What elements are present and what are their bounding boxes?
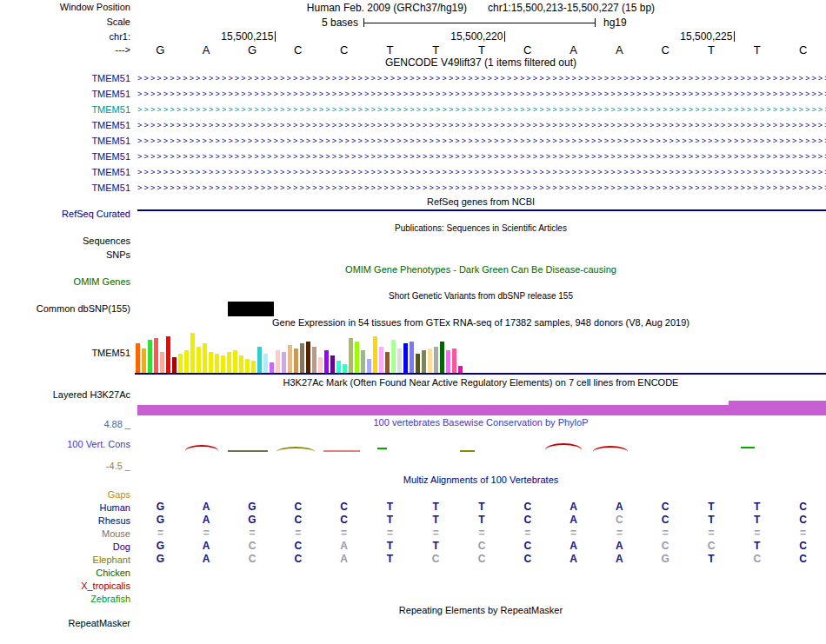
transcript-row[interactable]: TMEM51>>>>>>>>>>>>>>>>>>>>>>>>>>>>>>>>>>… (0, 70, 826, 86)
base-letter: A (183, 43, 230, 56)
base-letter: C (275, 43, 321, 56)
alignment-cell: C (459, 553, 505, 566)
track-label-snps[interactable]: SNPs (0, 249, 130, 261)
transcript-row[interactable]: TMEM51>>>>>>>>>>>>>>>>>>>>>>>>>>>>>>>>>>… (0, 164, 826, 180)
alignment-grid[interactable]: GACCATCCCAAGTCC (137, 553, 826, 566)
phylop-wiggle-plot[interactable] (0, 431, 826, 471)
track-label-gtex-gene[interactable]: TMEM51 (0, 348, 130, 359)
species-label[interactable]: Elephant (0, 554, 130, 565)
transcript-label[interactable]: TMEM51 (0, 183, 130, 193)
alignment-grid[interactable]: =============== (137, 527, 826, 540)
alignment-cell: T (734, 514, 780, 527)
transcript-label[interactable]: TMEM51 (0, 167, 130, 177)
gtex-tissue-bar (209, 352, 213, 373)
transcript-row[interactable]: TMEM51>>>>>>>>>>>>>>>>>>>>>>>>>>>>>>>>>>… (0, 86, 826, 102)
gtex-tissue-bar (154, 338, 158, 373)
alignment-cell: T (367, 540, 413, 553)
track-label-common-dbsnp[interactable]: Common dbSNP(155) (0, 303, 130, 315)
alignment-cell: A (596, 540, 643, 553)
base-position-ruler[interactable]: 15,500,21515,500,22015,500,225 (0, 30, 826, 43)
transcript-label[interactable]: TMEM51 (0, 151, 130, 162)
transcript-arrows[interactable]: >>>>>>>>>>>>>>>>>>>>>>>>>>>>>>>>>>>>>>>>… (137, 136, 826, 145)
transcript-label[interactable]: TMEM51 (0, 73, 130, 83)
alignment-cell: = (137, 527, 183, 540)
gtex-tissue-bar (446, 350, 450, 373)
dbsnp-variant-item[interactable] (228, 302, 274, 316)
gtex-tissue-bar (397, 349, 402, 373)
transcript-row[interactable]: TMEM51>>>>>>>>>>>>>>>>>>>>>>>>>>>>>>>>>>… (0, 149, 826, 164)
gtex-tissue-bar (330, 355, 335, 373)
phylop-mark (228, 450, 268, 453)
species-label[interactable]: Chicken (0, 568, 130, 578)
scale-bar (363, 23, 596, 23)
track-label-repeatmasker[interactable]: RepeatMasker (0, 618, 130, 629)
species-label[interactable]: Gaps (0, 489, 130, 500)
alignment-grid[interactable]: GAGCCTTTCACCTTC (137, 514, 826, 527)
gtex-tissue-bar (422, 350, 426, 373)
gtex-tissue-bar (373, 336, 377, 373)
species-label[interactable]: X_tropicalis (0, 581, 130, 591)
ruler-tick-label: 15,500,220 (430, 30, 503, 43)
phylop-mark (185, 445, 218, 451)
transcript-label[interactable]: TMEM51 (0, 120, 130, 130)
gtex-expression-chart[interactable] (136, 331, 468, 373)
base-letter: T (734, 43, 780, 56)
alignment-cell: = (413, 527, 459, 540)
gtex-tissue-bar (233, 350, 237, 373)
transcript-row[interactable]: TMEM51>>>>>>>>>>>>>>>>>>>>>>>>>>>>>>>>>>… (0, 102, 826, 117)
transcript-arrows[interactable]: >>>>>>>>>>>>>>>>>>>>>>>>>>>>>>>>>>>>>>>>… (137, 183, 826, 192)
multiz-row-gaps: Gaps (0, 488, 826, 501)
gtex-tissue-bar (355, 342, 359, 373)
transcript-row[interactable]: TMEM51>>>>>>>>>>>>>>>>>>>>>>>>>>>>>>>>>>… (0, 180, 826, 196)
transcript-arrows[interactable]: >>>>>>>>>>>>>>>>>>>>>>>>>>>>>>>>>>>>>>>>… (137, 152, 826, 161)
alignment-cell: C (321, 501, 367, 514)
alignment-cell: = (689, 527, 735, 540)
multiz-row-elephant: ElephantGACCATCCCAAGTCC (0, 553, 826, 566)
position-header: Human Feb. 2009 (GRCh37/hg19) chr1:15,50… (137, 2, 824, 14)
alignment-cell: A (550, 540, 596, 553)
gtex-tissue-bar (245, 359, 250, 373)
alignment-grid[interactable]: GAGCCTTTCAACTTC (137, 501, 826, 514)
species-label[interactable]: Dog (0, 541, 130, 552)
transcript-arrows[interactable]: >>>>>>>>>>>>>>>>>>>>>>>>>>>>>>>>>>>>>>>>… (137, 168, 826, 176)
gtex-tissue-bar (367, 359, 371, 373)
transcript-arrows[interactable]: >>>>>>>>>>>>>>>>>>>>>>>>>>>>>>>>>>>>>>>>… (137, 90, 826, 98)
alignment-cell: T (689, 514, 735, 527)
track-label-layered-h3k27ac[interactable]: Layered H3K27Ac (0, 389, 130, 401)
h3k27ac-signal-bar[interactable] (729, 401, 826, 415)
repeatmasker-track-title: Repeating Elements by RepeatMasker (137, 605, 824, 616)
gtex-tissue-bar (190, 333, 195, 373)
transcript-row[interactable]: TMEM51>>>>>>>>>>>>>>>>>>>>>>>>>>>>>>>>>>… (0, 117, 826, 133)
species-label[interactable]: Rhesus (0, 515, 130, 526)
gtex-tissue-bar (148, 340, 152, 373)
h3k27ac-signal-bar[interactable] (137, 405, 826, 415)
ruler-tick-label: 15,500,215 (200, 30, 273, 43)
alignment-cell: = (459, 527, 505, 540)
alignment-grid[interactable]: GACCATTCCAACCTC (137, 540, 826, 553)
alignment-cell: T (734, 540, 780, 553)
ruler-tick-mark (504, 31, 505, 42)
track-label-refseq-curated[interactable]: RefSeq Curated (0, 209, 130, 220)
alignment-cell: C (734, 553, 780, 566)
transcript-arrows[interactable]: >>>>>>>>>>>>>>>>>>>>>>>>>>>>>>>>>>>>>>>>… (137, 105, 826, 114)
window-position-label: Window Position (0, 2, 130, 13)
transcript-label[interactable]: TMEM51 (0, 104, 130, 115)
species-label[interactable]: Mouse (0, 528, 130, 539)
position-range: chr1:15,500,213-15,500,227 (15 bp) (488, 2, 655, 14)
transcript-row[interactable]: TMEM51>>>>>>>>>>>>>>>>>>>>>>>>>>>>>>>>>>… (0, 133, 826, 149)
transcript-label[interactable]: TMEM51 (0, 136, 130, 146)
transcript-label[interactable]: TMEM51 (0, 89, 130, 99)
species-label[interactable]: Zebrafish (0, 594, 130, 604)
multiz-row-human: HumanGAGCCTTTCAACTTC (0, 501, 826, 514)
track-label-sequences[interactable]: Sequences (0, 236, 130, 247)
alignment-cell: G (643, 553, 689, 566)
species-label[interactable]: Human (0, 502, 130, 513)
phylop-mark (741, 447, 755, 449)
transcript-arrows[interactable]: >>>>>>>>>>>>>>>>>>>>>>>>>>>>>>>>>>>>>>>>… (137, 74, 826, 83)
refseq-curated-item[interactable] (137, 209, 826, 211)
gtex-tissue-bar (184, 350, 189, 373)
alignment-cell: A (321, 540, 367, 553)
transcript-arrows[interactable]: >>>>>>>>>>>>>>>>>>>>>>>>>>>>>>>>>>>>>>>>… (137, 121, 826, 129)
alignment-cell: G (137, 514, 183, 527)
track-label-omim-genes[interactable]: OMIM Genes (0, 276, 130, 288)
